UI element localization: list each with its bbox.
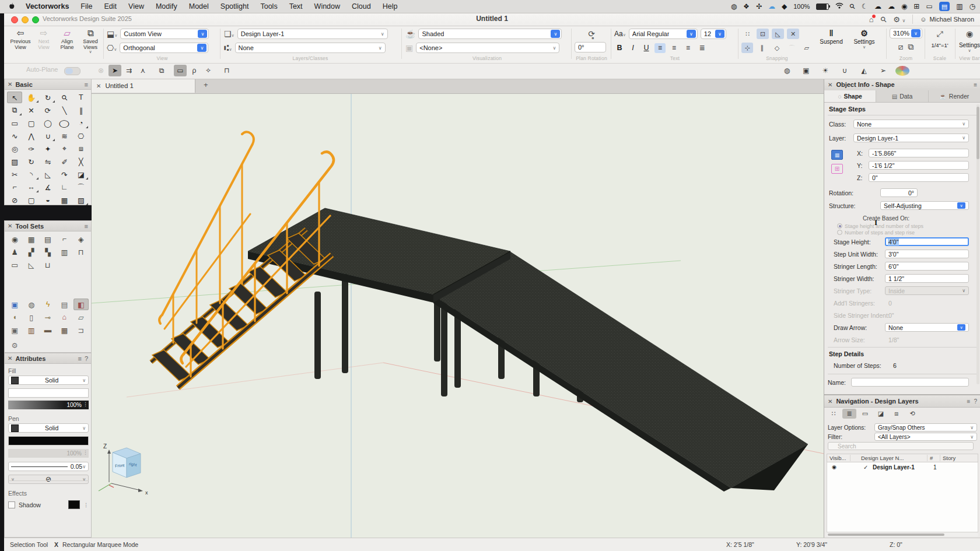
next-view-button[interactable]: ⇨NextView	[32, 28, 55, 50]
tool-wand[interactable]: ✦	[40, 143, 55, 155]
shadow-options-icon[interactable]: ⋮	[83, 502, 89, 508]
layers-icon[interactable]: ❏∨	[224, 29, 235, 38]
menu-cloud[interactable]: Cloud	[346, 0, 377, 13]
z-field[interactable]: 0"	[869, 173, 969, 182]
menu-icon[interactable]: ≡	[967, 398, 971, 405]
tool-clip[interactable]: ⧈	[74, 143, 89, 155]
mode-multi-select-icon[interactable]: ⇉	[123, 65, 135, 76]
toolset-table[interactable]: ⊓	[74, 246, 89, 258]
tool-shell[interactable]: ◪	[74, 169, 89, 180]
toolset-soft-goods[interactable]: ▥	[23, 324, 38, 336]
shadow-color-swatch[interactable]	[68, 500, 80, 509]
toolset-stage-deck[interactable]: ▤	[40, 233, 55, 245]
snap-none-icon[interactable]: ✕	[787, 29, 799, 39]
saved-views-button[interactable]: ⧉SavedViews∨	[79, 28, 102, 54]
tab-shape[interactable]: ◌Shape	[824, 90, 876, 102]
tool-rotate[interactable]: ↻	[23, 156, 38, 167]
tool-sets-palette-header[interactable]: ✕ Tool Sets ≡	[5, 221, 91, 231]
font-style-icon[interactable]: Aa∨	[614, 30, 626, 38]
compass-icon[interactable]: ➢	[876, 65, 890, 76]
toolset-seating[interactable]: ▚	[40, 246, 55, 258]
mode-disabled-icon[interactable]: ⊗	[94, 65, 107, 76]
new-tab-button[interactable]: +	[204, 80, 208, 89]
tool-fillet[interactable]: ◝	[23, 169, 38, 180]
toolset-platform[interactable]: ▭	[7, 259, 22, 271]
line-style-selector[interactable]: ∨⊘∨	[8, 475, 89, 484]
mode-object-marquee-icon[interactable]: ⊓	[220, 65, 233, 76]
visibility-eye-icon[interactable]: ◉	[827, 464, 855, 470]
tool-text[interactable]: T	[74, 92, 89, 103]
nav-viewports-icon[interactable]: ◪	[874, 409, 888, 419]
menu-window[interactable]: Window	[309, 0, 346, 13]
fit-page-icon[interactable]: ⧉	[908, 42, 914, 52]
align-justify-button[interactable]: ≣	[696, 43, 708, 53]
toolset-truss[interactable]: ▦	[23, 233, 38, 245]
view-bar-settings[interactable]: Settings	[956, 42, 980, 48]
mode-lasso-marquee-icon[interactable]: ρ	[188, 65, 201, 76]
bold-button[interactable]: B	[614, 44, 625, 52]
tool-polyline[interactable]: ⋀	[23, 130, 38, 142]
stage-manager-icon[interactable]: ▥	[956, 0, 963, 13]
projection-dropdown[interactable]: Orthogonal∨	[120, 43, 208, 53]
tool-zoom[interactable]: ⚲	[57, 92, 72, 103]
radio-stage-height[interactable]: Stage height and number of steps	[837, 223, 923, 229]
tab-data[interactable]: ▤Data	[876, 90, 928, 102]
toolset-camera-jib[interactable]: ⌐	[57, 233, 72, 245]
account-avatar[interactable]	[895, 66, 909, 76]
cursor-settings-icon[interactable]: ◭	[857, 65, 871, 76]
tool-tape-measure[interactable]: ▢	[23, 194, 38, 206]
layer-search-input[interactable]	[828, 442, 974, 450]
snap-angle-icon[interactable]: ◺	[772, 29, 784, 39]
filter-dropdown[interactable]: <All Layers>∨	[874, 433, 977, 441]
tool-dimension[interactable]: ↔	[23, 181, 38, 193]
menu-modify[interactable]: Modify	[150, 0, 183, 13]
battery-percent[interactable]: 100%	[793, 0, 810, 13]
weather-cloud-icon[interactable]: ☁	[768, 0, 775, 13]
tool-select-similar[interactable]: ⌖	[57, 143, 72, 155]
close-icon[interactable]: ✕	[8, 355, 12, 362]
menu-file[interactable]: File	[75, 0, 98, 13]
classes-icon[interactable]: ⑆∨	[224, 43, 232, 52]
battery-icon[interactable]	[816, 3, 829, 10]
close-icon[interactable]: ✕	[828, 82, 832, 88]
window-title-bar[interactable]: Vectorworks Design Suite 2025 Untitled 1…	[4, 13, 980, 26]
toolset-stage-riser[interactable]: ▤	[57, 299, 72, 310]
shield-app-icon[interactable]: ◆	[782, 0, 787, 13]
structure-dropdown[interactable]: Self-Adjusting∨	[880, 201, 969, 210]
toolset-followspot[interactable]: ◍	[23, 299, 38, 310]
tool-chamfer[interactable]: ◺	[40, 169, 55, 180]
help-icon[interactable]: ?	[85, 355, 88, 362]
render-mode-dropdown[interactable]: Shaded∨	[418, 29, 562, 39]
tool-polygon[interactable]: ⎔	[74, 130, 89, 142]
focus-moon-icon[interactable]: ☾	[862, 0, 868, 13]
pen-style-dropdown[interactable]: Solid∨	[8, 423, 89, 433]
stringer-type-field[interactable]: Inside∨	[885, 286, 969, 295]
stringer-width-field[interactable]: 1 1/2"	[885, 274, 969, 283]
tool-trim[interactable]: ✂	[7, 169, 22, 180]
toolset-audience[interactable]: ▞	[23, 246, 38, 258]
tool-delete[interactable]: ✕	[23, 104, 38, 116]
toolset-lighting[interactable]: ◉	[7, 233, 22, 245]
tool-connect[interactable]: ↷	[57, 169, 72, 180]
tool-pan[interactable]: ✋	[23, 92, 38, 103]
tool-mirror[interactable]: ⇋	[40, 156, 55, 167]
class-dropdown[interactable]: None∨	[853, 120, 969, 128]
render-globe-icon[interactable]: ◍	[780, 65, 794, 76]
bat-app-icon[interactable]: ✣	[756, 0, 762, 13]
suspend-button[interactable]: ‖Suspend	[816, 28, 846, 45]
font-size-dropdown[interactable]: 12∨	[701, 29, 726, 39]
toolset-video-camera[interactable]: ◈	[74, 233, 89, 245]
tool-corner[interactable]: ∟	[57, 181, 72, 193]
toolset-proscenium[interactable]: ◧	[74, 299, 89, 310]
snap-working-plane-icon[interactable]: ▱	[801, 43, 813, 53]
tab-render[interactable]: ☕Render	[929, 90, 980, 102]
camera-view-dropdown[interactable]: <None>∨	[416, 43, 559, 53]
object-info-header[interactable]: ✕ Object Info - Shape ≡	[824, 79, 980, 91]
tool-reshape[interactable]: ▨	[7, 156, 22, 167]
active-class-dropdown[interactable]: None∨	[235, 43, 386, 53]
settings-button[interactable]: ⚙Settings∨	[849, 28, 879, 50]
close-icon[interactable]: ✕	[8, 81, 12, 87]
x-field[interactable]: -1'5.866"	[869, 149, 969, 157]
navigation-header[interactable]: ✕ Navigation - Design Layers ≡ ?	[824, 395, 980, 408]
search-icon[interactable]: ⚲	[878, 14, 888, 24]
